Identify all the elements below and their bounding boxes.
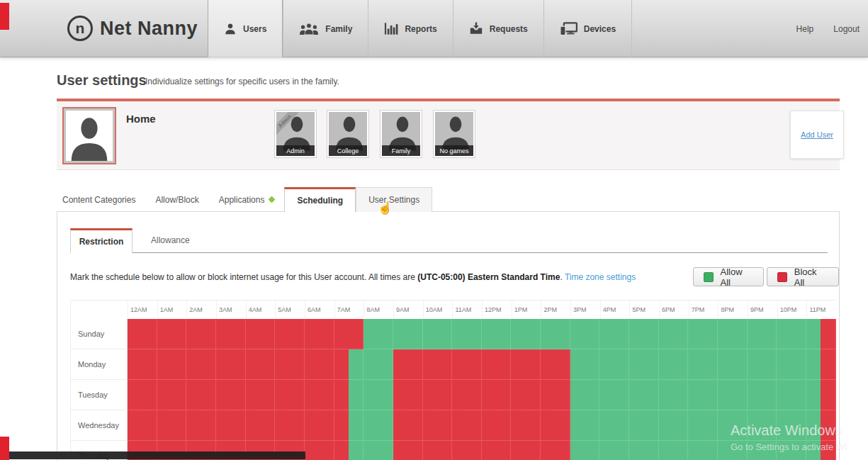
subtab-allowance[interactable]: Allowance: [141, 228, 200, 252]
schedule-cell[interactable]: [673, 349, 688, 380]
schedule-cell[interactable]: [496, 380, 511, 410]
schedule-cell[interactable]: [216, 319, 230, 349]
schedule-cell[interactable]: [437, 410, 452, 441]
schedule-cell[interactable]: [614, 349, 629, 380]
schedule-cell[interactable]: [142, 410, 157, 441]
schedule-cell[interactable]: [821, 380, 835, 410]
schedule-cell[interactable]: [541, 349, 555, 380]
schedule-cell[interactable]: [673, 410, 688, 441]
schedule-cell[interactable]: [570, 441, 585, 460]
schedule-cell[interactable]: [703, 319, 718, 349]
schedule-cell[interactable]: [496, 319, 511, 349]
schedule-cell[interactable]: [643, 441, 658, 460]
schedule-cell[interactable]: [659, 319, 673, 349]
schedule-cell[interactable]: [732, 349, 747, 380]
schedule-cell[interactable]: [246, 319, 260, 349]
schedule-cell[interactable]: [230, 410, 245, 441]
schedule-cell[interactable]: [393, 380, 407, 410]
schedule-cell[interactable]: [688, 441, 702, 460]
schedule-cell[interactable]: [260, 319, 275, 349]
schedule-cell[interactable]: [673, 380, 688, 410]
schedule-cell[interactable]: [260, 380, 275, 410]
schedule-cell[interactable]: [157, 410, 171, 441]
schedule-cell[interactable]: [511, 380, 525, 410]
schedule-cell[interactable]: [201, 410, 216, 441]
schedule-cell[interactable]: [718, 349, 732, 380]
schedule-cell[interactable]: [290, 380, 305, 410]
schedule-cell[interactable]: [762, 380, 777, 410]
schedule-cell[interactable]: [186, 349, 201, 380]
schedule-cell[interactable]: [393, 410, 407, 441]
schedule-cell[interactable]: [643, 380, 658, 410]
schedule-cell[interactable]: [407, 380, 422, 410]
schedule-cell[interactable]: [555, 410, 570, 441]
schedule-cell[interactable]: [437, 319, 452, 349]
schedule-cell[interactable]: [201, 319, 216, 349]
schedule-cell[interactable]: [806, 380, 821, 410]
schedule-cell[interactable]: [201, 349, 216, 380]
schedule-cell[interactable]: [230, 380, 245, 410]
schedule-cell[interactable]: [275, 349, 289, 380]
schedule-cell[interactable]: [452, 441, 466, 460]
schedule-cell[interactable]: [688, 410, 702, 441]
nav-item-devices[interactable]: Devices: [543, 0, 632, 57]
schedule-cell[interactable]: [526, 349, 541, 380]
schedule-cell[interactable]: [821, 349, 835, 380]
schedule-cell[interactable]: [629, 349, 643, 380]
tab-applications[interactable]: Applications: [209, 195, 285, 205]
schedule-cell[interactable]: [614, 380, 629, 410]
schedule-cell[interactable]: [186, 319, 201, 349]
user-tile-no-games[interactable]: No games: [434, 111, 475, 157]
schedule-cell[interactable]: [423, 441, 437, 460]
schedule-cell[interactable]: [688, 380, 702, 410]
schedule-cell[interactable]: [186, 410, 201, 441]
schedule-cell[interactable]: [305, 441, 319, 460]
schedule-cell[interactable]: [452, 349, 466, 380]
schedule-cell[interactable]: [555, 319, 570, 349]
schedule-cell[interactable]: [128, 410, 142, 441]
schedule-cell[interactable]: [128, 349, 142, 380]
subtab-restriction[interactable]: Restriction: [70, 228, 133, 253]
schedule-cell[interactable]: [467, 349, 482, 380]
schedule-cell[interactable]: [688, 319, 702, 349]
schedule-cell[interactable]: [482, 441, 496, 460]
schedule-cell[interactable]: [349, 410, 363, 441]
schedule-cell[interactable]: [643, 349, 658, 380]
schedule-cell[interactable]: [216, 349, 230, 380]
nav-item-requests[interactable]: Requests: [453, 0, 543, 57]
schedule-cell[interactable]: [349, 349, 363, 380]
schedule-cell[interactable]: [599, 441, 614, 460]
schedule-cell[interactable]: [762, 349, 777, 380]
schedule-cell[interactable]: [806, 319, 821, 349]
schedule-cell[interactable]: [171, 349, 186, 380]
schedule-cell[interactable]: [246, 349, 260, 380]
schedule-cell[interactable]: [777, 380, 791, 410]
schedule-cell[interactable]: [142, 380, 157, 410]
schedule-cell[interactable]: [452, 410, 466, 441]
schedule-cell[interactable]: [349, 319, 363, 349]
schedule-cell[interactable]: [570, 319, 585, 349]
schedule-cell[interactable]: [407, 410, 422, 441]
block-all-button[interactable]: Block All: [767, 267, 839, 286]
schedule-cell[interactable]: [378, 410, 393, 441]
schedule-cell[interactable]: [555, 441, 570, 460]
schedule-cell[interactable]: [378, 380, 393, 410]
logout-link[interactable]: Logout: [833, 24, 859, 34]
schedule-cell[interactable]: [334, 319, 349, 349]
schedule-cell[interactable]: [541, 380, 555, 410]
schedule-cell[interactable]: [157, 319, 171, 349]
schedule-cell[interactable]: [482, 410, 496, 441]
schedule-cell[interactable]: [290, 410, 305, 441]
schedule-cell[interactable]: [585, 380, 599, 410]
tab-content-categories[interactable]: Content Categories: [57, 195, 145, 205]
schedule-cell[interactable]: [201, 380, 216, 410]
schedule-cell[interactable]: [157, 380, 171, 410]
schedule-cell[interactable]: [407, 319, 422, 349]
schedule-cell[interactable]: [526, 380, 541, 410]
schedule-cell[interactable]: [511, 441, 525, 460]
schedule-cell[interactable]: [777, 349, 791, 380]
schedule-cell[interactable]: [334, 410, 349, 441]
schedule-cell[interactable]: [407, 441, 422, 460]
schedule-cell[interactable]: [541, 441, 555, 460]
schedule-cell[interactable]: [762, 319, 777, 349]
